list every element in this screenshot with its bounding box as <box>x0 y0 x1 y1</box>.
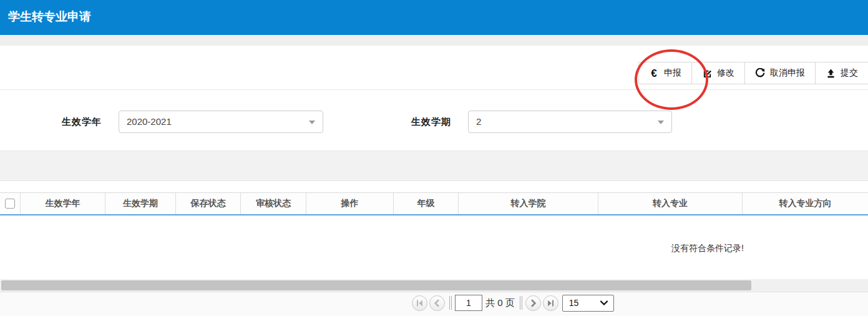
col-target-direction: 转入专业方向 <box>742 193 868 214</box>
toolbar-divider <box>0 89 868 90</box>
first-page-button[interactable] <box>412 295 427 311</box>
page-title: 学生转专业申请 <box>0 0 868 35</box>
pagination: 共 0 页 15 <box>412 294 614 312</box>
col-target-major: 转入专业 <box>598 193 742 214</box>
horizontal-scrollbar-track <box>0 279 868 292</box>
col-target-college: 转入学院 <box>458 193 598 214</box>
submit-button[interactable]: 提交 <box>816 62 868 84</box>
toolbar: € 申报 修改 取消申报 提交 <box>638 62 868 84</box>
prev-page-button[interactable] <box>429 295 445 311</box>
chevron-down-icon <box>600 300 608 305</box>
effective-term-label: 生效学期 <box>411 116 451 128</box>
next-page-button[interactable] <box>525 295 541 311</box>
next-page-icon <box>529 299 537 307</box>
select-all-cell <box>0 193 20 214</box>
euro-icon: € <box>649 68 659 78</box>
edit-icon <box>702 68 712 78</box>
col-grade: 年级 <box>393 193 458 214</box>
effective-year-select[interactable]: 2020-2021 <box>119 111 323 133</box>
pager-separator <box>449 296 452 310</box>
horizontal-scrollbar-thumb[interactable] <box>1 280 751 290</box>
table-header-row: 生效学年 生效学期 保存状态 审核状态 操作 年级 转入学院 转入专业 转入专业… <box>0 192 868 215</box>
effective-term-value: 2 <box>476 116 481 127</box>
cancel-declare-button-label: 取消申报 <box>770 67 805 79</box>
header-sub-strip <box>0 35 868 46</box>
modify-button-label: 修改 <box>717 67 734 79</box>
col-effective-year: 生效学年 <box>20 193 105 214</box>
total-pages-label: 共 0 页 <box>485 297 515 309</box>
last-page-icon <box>547 299 555 307</box>
effective-year-label: 生效学年 <box>62 116 102 128</box>
empty-records-message: 没有符合条件记录! <box>671 243 744 254</box>
refresh-icon <box>755 68 765 78</box>
page-size-value: 15 <box>569 298 579 308</box>
chevron-down-icon <box>658 121 664 124</box>
declare-button[interactable]: € 申报 <box>639 62 692 84</box>
page-size-select[interactable]: 15 <box>562 295 614 312</box>
effective-term-select[interactable]: 2 <box>468 111 672 133</box>
upload-icon <box>826 68 836 78</box>
cancel-declare-button[interactable]: 取消申报 <box>745 62 816 84</box>
select-all-checkbox[interactable] <box>5 199 15 209</box>
col-review-status: 审核状态 <box>240 193 306 214</box>
col-operation: 操作 <box>306 193 393 214</box>
chevron-down-icon <box>309 121 315 124</box>
col-save-status: 保存状态 <box>175 193 240 214</box>
first-page-icon <box>416 299 424 307</box>
submit-button-label: 提交 <box>841 67 858 79</box>
last-page-button[interactable] <box>543 295 558 311</box>
effective-year-value: 2020-2021 <box>127 116 172 127</box>
prev-page-icon <box>433 299 441 307</box>
page-number-input[interactable] <box>455 295 482 311</box>
modify-button[interactable]: 修改 <box>692 62 745 84</box>
declare-button-label: 申报 <box>664 67 681 79</box>
section-band <box>0 151 868 181</box>
pager-separator <box>520 296 522 310</box>
col-effective-term: 生效学期 <box>105 193 175 214</box>
